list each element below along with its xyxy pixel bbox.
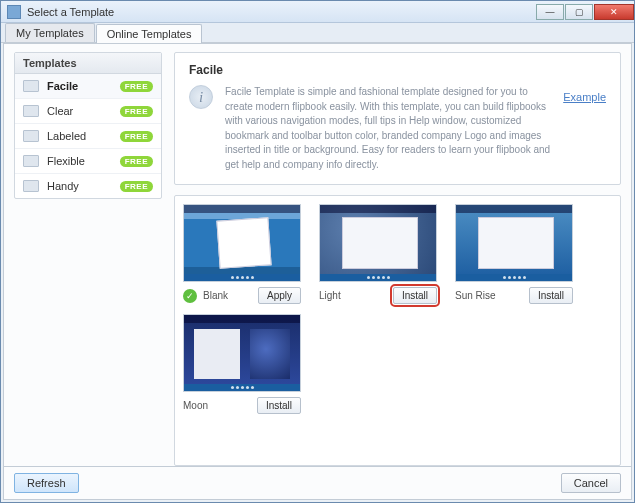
refresh-button[interactable]: Refresh	[14, 473, 79, 493]
free-badge: FREE	[120, 131, 153, 142]
free-badge: FREE	[120, 181, 153, 192]
tab-online-templates[interactable]: Online Templates	[96, 24, 203, 43]
window-controls: — ▢ ✕	[535, 4, 634, 20]
card-name: Blank	[203, 290, 228, 301]
install-button[interactable]: Install	[393, 287, 437, 304]
thumbnail[interactable]	[455, 204, 573, 282]
template-icon	[23, 105, 39, 117]
footer-bar: Refresh Cancel	[4, 466, 631, 499]
free-badge: FREE	[120, 106, 153, 117]
installed-check-icon: ✓	[183, 289, 197, 303]
template-icon	[23, 80, 39, 92]
template-gallery: ✓ Blank Apply Light Install	[174, 195, 621, 466]
sidebar-item-label: Flexible	[47, 155, 85, 167]
sidebar-item-label: Clear	[47, 105, 73, 117]
card-name: Light	[319, 290, 341, 301]
sidebar-item-label: Facile	[47, 80, 78, 92]
info-icon: i	[189, 85, 213, 109]
tab-bar: My Templates Online Templates	[1, 23, 634, 43]
titlebar: Select a Template — ▢ ✕	[1, 1, 634, 23]
cancel-button[interactable]: Cancel	[561, 473, 621, 493]
tab-my-templates[interactable]: My Templates	[5, 23, 95, 42]
maximize-button[interactable]: ▢	[565, 4, 593, 20]
sidebar-header: Templates	[15, 53, 161, 74]
free-badge: FREE	[120, 81, 153, 92]
right-panel: Facile i Facile Template is simple and f…	[174, 52, 621, 466]
sidebar-item-flexible[interactable]: Flexible FREE	[15, 149, 161, 174]
sidebar-item-clear[interactable]: Clear FREE	[15, 99, 161, 124]
card-name: Moon	[183, 400, 208, 411]
template-icon	[23, 180, 39, 192]
template-title: Facile	[189, 63, 606, 77]
install-button[interactable]: Install	[257, 397, 301, 414]
sidebar-item-handy[interactable]: Handy FREE	[15, 174, 161, 198]
template-icon	[23, 130, 39, 142]
sidebar-item-label: Handy	[47, 180, 79, 192]
sidebar-item-labeled[interactable]: Labeled FREE	[15, 124, 161, 149]
template-description: Facile Template is simple and fashional …	[225, 85, 551, 172]
thumbnail[interactable]	[183, 204, 301, 282]
template-description-panel: Facile i Facile Template is simple and f…	[174, 52, 621, 185]
template-list: Facile FREE Clear FREE Labeled FREE	[15, 74, 161, 198]
window-title: Select a Template	[27, 6, 114, 18]
templates-sidebar: Templates Facile FREE Clear FREE	[14, 52, 162, 466]
free-badge: FREE	[120, 156, 153, 167]
card-name: Sun Rise	[455, 290, 496, 301]
minimize-button[interactable]: —	[536, 4, 564, 20]
thumbnail[interactable]	[319, 204, 437, 282]
window: Select a Template — ▢ ✕ My Templates Onl…	[0, 0, 635, 503]
template-icon	[23, 155, 39, 167]
gallery-card-light: Light Install	[319, 204, 437, 304]
gallery-card-sunrise: Sun Rise Install	[455, 204, 573, 304]
content-area: Templates Facile FREE Clear FREE	[3, 43, 632, 500]
close-button[interactable]: ✕	[594, 4, 634, 20]
sidebar-item-label: Labeled	[47, 130, 86, 142]
sidebar-item-facile[interactable]: Facile FREE	[15, 74, 161, 99]
example-link[interactable]: Example	[563, 91, 606, 103]
gallery-card-blank: ✓ Blank Apply	[183, 204, 301, 304]
install-button[interactable]: Install	[529, 287, 573, 304]
app-icon	[7, 5, 21, 19]
apply-button[interactable]: Apply	[258, 287, 301, 304]
thumbnail[interactable]	[183, 314, 301, 392]
gallery-card-moon: Moon Install	[183, 314, 301, 414]
